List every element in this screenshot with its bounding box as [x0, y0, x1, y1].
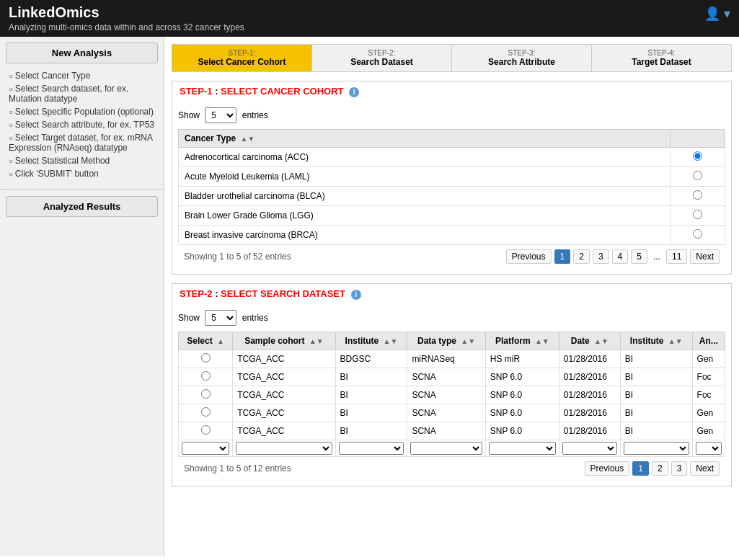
platform-cell: HS miR — [485, 350, 559, 368]
step1-page-1-btn[interactable]: 1 — [554, 249, 571, 264]
an-cell: Gen — [692, 422, 725, 440]
analyzed-results-button[interactable]: Analyzed Results — [6, 196, 158, 217]
cancer-type-radio[interactable] — [693, 210, 702, 219]
dataset-select-cell[interactable] — [179, 404, 233, 422]
dataset-radio[interactable] — [201, 389, 211, 399]
step2-page-3-btn[interactable]: 3 — [671, 461, 688, 476]
cancer-type-radio[interactable] — [693, 190, 702, 200]
header-user-icon[interactable]: 👤 ▾ — [704, 6, 730, 22]
data-type-cell: SCNA — [407, 386, 485, 404]
dataset-radio[interactable] — [201, 407, 211, 417]
institute2-cell: BI — [620, 350, 692, 368]
cancer-radio-cell[interactable] — [671, 148, 725, 167]
data-type-cell: SCNA — [407, 422, 485, 440]
filter-cohort-col[interactable] — [236, 442, 332, 455]
sample-sort-icon[interactable]: ▲▼ — [309, 337, 324, 345]
platform-cell: SNP 6.0 — [485, 386, 559, 404]
date-col-header: Date ▲▼ — [559, 332, 620, 350]
step1-next-btn[interactable]: Next — [690, 249, 720, 264]
cancer-type-table: Cancer Type ▲▼ Adrenocortical carcinoma … — [178, 129, 725, 245]
step1-sep: : — [215, 86, 221, 97]
institute2-cell: BI — [620, 404, 692, 422]
filter-an-col[interactable] — [696, 442, 722, 455]
filter-institute2-col[interactable] — [624, 442, 689, 455]
step1-page-5-btn[interactable]: 5 — [631, 249, 647, 264]
dataset-select-cell[interactable] — [179, 368, 233, 386]
sidebar-step-item: Click 'SUBMIT' button — [6, 167, 158, 180]
dataset-radio[interactable] — [201, 425, 211, 435]
dataset-radio[interactable] — [201, 371, 211, 381]
step2-entries-select[interactable]: 5102550 — [205, 310, 236, 326]
institute-sort-icon[interactable]: ▲▼ — [384, 337, 398, 345]
select-col-header: Select ▲ — [179, 332, 233, 350]
step1-page-2-btn[interactable]: 2 — [573, 249, 590, 264]
select-sort-icon[interactable]: ▲ — [217, 337, 224, 345]
step1-prev-btn[interactable]: Previous — [506, 249, 552, 264]
dataset-select-cell[interactable] — [179, 350, 233, 368]
new-analysis-button[interactable]: New Analysis — [6, 43, 158, 63]
step1-info-icon[interactable]: i — [349, 87, 359, 97]
step2-num: STEP-2 — [180, 288, 213, 299]
dataset-table: Select ▲ Sample cohort ▲▼ Institute ▲▼ D… — [178, 332, 725, 457]
step2-page-1-btn[interactable]: 1 — [632, 461, 649, 476]
step2-pagination-info: Showing 1 to 5 of 12 entries — [184, 463, 291, 474]
cancer-radio-cell[interactable] — [671, 187, 725, 206]
institute2-sort-icon[interactable]: ▲▼ — [668, 337, 683, 345]
sidebar-step-item: Select Search attribute, for ex. TP53 — [6, 118, 158, 131]
table-row: TCGA_ACC BI SCNA SNP 6.0 01/28/2016 BI F… — [179, 368, 725, 386]
dataset-select-cell[interactable] — [179, 386, 233, 404]
step1-ellipsis: ... — [650, 250, 663, 263]
cancer-radio-cell[interactable] — [671, 167, 725, 187]
table-row: Breast invasive carcinoma (BRCA) — [179, 226, 725, 245]
step1-header: STEP-1 : SELECT CANCER COHORT i — [172, 81, 731, 102]
platform-sort-icon[interactable]: ▲▼ — [535, 337, 549, 345]
step-bar-item-3[interactable]: STEP-3:Search Attribute — [452, 45, 592, 71]
cancer-radio-cell[interactable] — [671, 226, 725, 245]
step2-entries-label: entries — [242, 313, 268, 323]
table-row: TCGA_ACC BI SCNA SNP 6.0 01/28/2016 BI F… — [179, 386, 725, 404]
filter-platform-col[interactable] — [489, 442, 556, 455]
step1-page-4-btn[interactable]: 4 — [612, 249, 629, 264]
date-sort-icon[interactable]: ▲▼ — [594, 337, 609, 345]
datatype-sort-icon[interactable]: ▲▼ — [461, 337, 475, 345]
date-cell: 01/28/2016 — [559, 422, 620, 440]
filter-select-col[interactable] — [182, 442, 229, 455]
step2-next-btn[interactable]: Next — [690, 461, 720, 476]
dataset-select-cell[interactable] — [179, 422, 233, 440]
step1-entries-label: entries — [242, 110, 268, 120]
step2-page-2-btn[interactable]: 2 — [652, 461, 668, 476]
institute-cell: BI — [335, 386, 407, 404]
table-row: TCGA_ACC BI SCNA SNP 6.0 01/28/2016 BI G… — [179, 422, 725, 440]
step-bar-item-1[interactable]: STEP-1:Select Cancer Cohort — [172, 45, 312, 71]
step1-pagination: Showing 1 to 5 of 52 entries Previous 1 … — [178, 245, 725, 268]
filter-datatype-col[interactable] — [410, 442, 482, 455]
institute-cell: BI — [335, 404, 407, 422]
table-row: Acute Myeloid Leukemia (LAML) — [179, 167, 725, 187]
platform-cell: SNP 6.0 — [485, 422, 559, 440]
cancer-type-radio[interactable] — [693, 229, 702, 239]
cancer-type-radio[interactable] — [693, 171, 702, 180]
cancer-type-radio[interactable] — [693, 151, 702, 161]
steps-bar: STEP-1:Select Cancer CohortSTEP-2:Search… — [172, 44, 732, 72]
step1-entries-select[interactable]: 5102550 — [205, 107, 236, 123]
dataset-radio[interactable] — [201, 353, 211, 363]
step1-page-11-btn[interactable]: 11 — [666, 249, 687, 264]
institute2-cell: BI — [620, 422, 692, 440]
step2-info-icon[interactable]: i — [351, 290, 361, 300]
cancer-type-tbody: Adrenocortical carcinoma (ACC) Acute Mye… — [179, 148, 725, 245]
institute2-cell: BI — [620, 368, 692, 386]
filter-date-col[interactable] — [562, 442, 617, 455]
date-cell: 01/28/2016 — [559, 404, 620, 422]
step1-page-3-btn[interactable]: 3 — [593, 249, 609, 264]
sample-cohort-cell: TCGA_ACC — [233, 404, 335, 422]
step2-prev-btn[interactable]: Previous — [585, 461, 630, 476]
sample-cohort-cell: TCGA_ACC — [233, 368, 335, 386]
step-bar-item-4[interactable]: STEP-4:Target Dataset — [592, 45, 731, 71]
sample-cohort-col-header: Sample cohort ▲▼ — [233, 332, 335, 350]
step1-show-label: Show — [178, 110, 202, 120]
step-bar-item-2[interactable]: STEP-2:Search Dataset — [312, 45, 452, 71]
sort-icon[interactable]: ▲▼ — [240, 135, 255, 143]
filter-institute-col[interactable] — [339, 442, 404, 455]
step1-content: Show 5102550 entries Cancer Type ▲▼ — [172, 102, 731, 274]
cancer-radio-cell[interactable] — [671, 206, 725, 226]
